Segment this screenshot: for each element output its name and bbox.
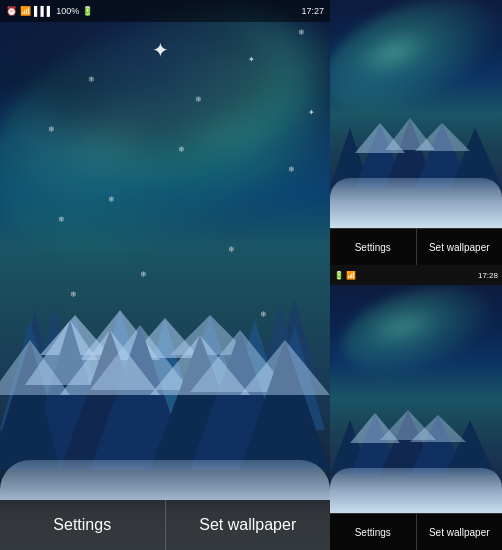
snowflake: ❄	[288, 165, 295, 174]
snowflake: ✦	[152, 38, 169, 62]
right-top-bg	[330, 0, 502, 228]
battery-percent: 100%	[56, 6, 79, 16]
wifi-icon: 📶	[20, 6, 31, 16]
right-trees-2	[330, 375, 502, 475]
set-wallpaper-button[interactable]: Set wallpaper	[166, 500, 331, 550]
trees-layer	[0, 210, 330, 470]
right-settings-button-2[interactable]: Settings	[330, 514, 417, 550]
left-wallpaper-bg: ✦ ❄ ❄ ✦ ❄ ❄ ❄ ❄ ❄ ❄ ❄ ✦ ❄ ❄ ❄	[0, 0, 330, 550]
right-top-thumbnail	[330, 0, 502, 229]
status-bar: ⏰ 📶 ▌▌▌ 100% 🔋 17:27	[0, 0, 330, 22]
right-time-display-2: 17:28	[478, 271, 498, 280]
right-time-2: 17:28	[478, 271, 498, 280]
right-trees-svg-1	[330, 78, 502, 188]
snowflake: ❄	[298, 28, 305, 37]
settings-button[interactable]: Settings	[0, 500, 166, 550]
right-status-icons-2: 🔋 📶	[334, 271, 356, 280]
right-battery-icon-2: 🔋	[334, 271, 344, 280]
cloud-dark	[10, 0, 290, 160]
snowflake: ❄	[178, 145, 185, 154]
snowflake: ❄	[108, 195, 115, 204]
right-aurora-2	[332, 285, 502, 389]
right-snow-ground-2	[330, 468, 502, 513]
right-trees-svg-2	[330, 375, 502, 475]
right-bottom-buttons-bar: Settings Set wallpaper	[330, 514, 502, 550]
right-top-buttons-bar: Settings Set wallpaper	[330, 229, 502, 265]
right-snow-ground-1	[330, 178, 502, 228]
snowflake: ✦	[308, 108, 315, 117]
snowflake: ❄	[195, 95, 202, 104]
trees-svg	[0, 210, 330, 470]
snowflake: ❄	[48, 125, 55, 134]
right-bottom-bg	[330, 285, 502, 513]
right-set-wallpaper-button-2[interactable]: Set wallpaper	[417, 514, 503, 550]
time-display: 17:27	[301, 6, 324, 16]
snowflake: ✦	[248, 55, 255, 64]
snowflake: ❄	[88, 75, 95, 84]
right-set-wallpaper-button-1[interactable]: Set wallpaper	[417, 229, 503, 265]
status-icons-left: ⏰ 📶 ▌▌▌ 100% 🔋	[6, 6, 93, 16]
right-bottom-thumbnail	[330, 285, 502, 514]
left-panel: ✦ ❄ ❄ ✦ ❄ ❄ ❄ ❄ ❄ ❄ ❄ ✦ ❄ ❄ ❄	[0, 0, 330, 550]
right-status-bar-2: 🔋 📶 17:28	[330, 265, 502, 285]
notification-icon: ⏰	[6, 6, 17, 16]
right-trees-1	[330, 78, 502, 188]
battery-icon: 🔋	[82, 6, 93, 16]
right-settings-button-1[interactable]: Settings	[330, 229, 417, 265]
signal-bars: ▌▌▌	[34, 6, 53, 16]
status-time: 17:27	[301, 6, 324, 16]
right-wifi-2: 📶	[346, 271, 356, 280]
right-panel: Settings Set wallpaper 🔋 📶 17:28	[330, 0, 502, 550]
bottom-buttons-bar: Settings Set wallpaper	[0, 500, 330, 550]
